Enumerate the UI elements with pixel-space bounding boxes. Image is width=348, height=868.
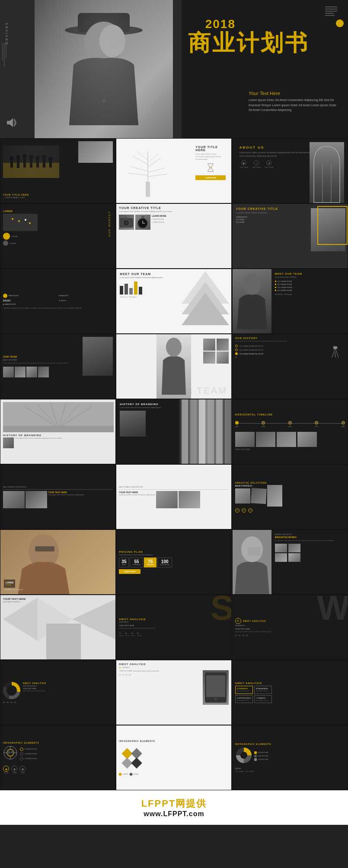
hero-label: Devices [4, 22, 9, 44]
s11-figure [156, 334, 191, 399]
s11-photo-grid [203, 339, 229, 364]
s28-item2: LOREM IPSUM [25, 753, 37, 755]
hero-lorem-text: Lorem Ipsum Dolor Sit Amet Consectetur A… [249, 98, 339, 112]
s30-t2: 02 LOREM [245, 770, 254, 773]
svg-line-50 [335, 352, 335, 358]
s07-logo2: GRAINSOFT [59, 295, 69, 297]
bar3 [129, 288, 133, 295]
slide-13: HISTORY OF BRANDING Lorem ipsum dolor si… [0, 399, 116, 464]
s21-label: NEWEST PROJECTS [275, 533, 344, 535]
s05-link3: LOREM IPSUM [152, 221, 166, 223]
svg-line-28 [148, 168, 165, 172]
s05-img-camera [119, 215, 134, 230]
s24-title: SWOT ANALYSIS [243, 620, 266, 622]
s20-p2l: STANDARD [132, 564, 140, 566]
bar1 [120, 286, 123, 295]
s23-n4: 04 [137, 632, 141, 634]
s20-p1: 35 [121, 559, 126, 564]
s05-link1: LEARN MORE [152, 215, 166, 217]
s02-btn[interactable]: LEARN MORE [195, 175, 226, 180]
s06-l1: LEARN MORE [236, 216, 247, 218]
s08-title: MEET OUR TEAM [120, 272, 177, 276]
svg-rect-10 [17, 160, 19, 168]
svg-rect-85 [131, 748, 142, 759]
s04-item2: LOREM [10, 242, 16, 244]
slide-15: HORIZONTAL TIMELINE 2014 2015 2016 [232, 399, 348, 464]
s18-img3 [267, 485, 282, 507]
s25-p1: Lorem ipsum dolor sit amet consectetur [23, 690, 46, 692]
hero-deco-stripes [325, 6, 337, 16]
s21-photo [233, 530, 271, 595]
s01-img [78, 141, 113, 163]
s24-n2: 02 [239, 634, 240, 637]
s09-text: Lorem Ipsum Dolor Sit Amet [275, 276, 344, 279]
s07-logo3: EDGES [3, 299, 11, 302]
s12-t3: 03 LOREM IPSUM DOLOR SIT [239, 353, 264, 355]
s13-bridge-img [3, 402, 113, 432]
s07-logo5: ■ NAMEDRONS [3, 303, 16, 305]
svg-line-23 [133, 156, 148, 165]
slide-29: INFOGRAPHIC ELEMENTS LOREM LOREM [116, 725, 232, 790]
s28-icon2: LOREM [12, 772, 17, 774]
s22-subtitle: INNOVATIVE WORKS [3, 601, 113, 603]
hero-title-chinese: 商业计划书 [188, 28, 309, 58]
s26-n3: 03 [125, 674, 127, 676]
svg-point-9 [16, 155, 20, 160]
s03-icon-1: ▶ LINK HERE [239, 160, 249, 168]
s30-pie [235, 747, 252, 766]
s23-n3: 03 [131, 632, 135, 634]
s20-title: PRICING PLAN [119, 551, 143, 553]
s26-title: SWOT ANALYSIS [119, 663, 229, 665]
slide-21: NEWEST PROJECTS INNOVATIVE WORKS Lorem i… [232, 529, 348, 595]
s06-portrait [309, 204, 348, 269]
svg-rect-8 [10, 161, 13, 168]
slide-30: INFOGRAPHIC ELEMENTS LOREM IPSUM [232, 725, 348, 790]
bar2 [125, 284, 128, 295]
s09-fashion-img [233, 269, 271, 334]
svg-rect-21 [146, 182, 150, 197]
slide-10: OUR TEAM MEET OUR FIRM Lorem ipsum dolor… [0, 334, 116, 399]
svg-rect-12 [23, 159, 26, 168]
s20-text: Lorem ipsum dolor sit amet consectetur a… [119, 554, 153, 556]
s29-title: INFOGRAPHIC ELEMENTS [119, 740, 155, 742]
svg-line-24 [148, 158, 161, 167]
slide-04: OUR MARKET LOREM LOREM LOREM [0, 203, 116, 269]
svg-rect-64 [225, 399, 231, 464]
s27-w-text: Lorem ipsum dolor sit [256, 690, 270, 692]
svg-point-17 [42, 155, 46, 160]
s08-geo [179, 269, 231, 334]
s28-title: INFOGRAPHIC ELEMENTS [3, 741, 39, 744]
svg-point-89 [240, 752, 247, 759]
slide-23: S SWOT ANALYSIS STRENGTH YOUR TEXT HERE … [116, 595, 232, 660]
deco-cross: + [102, 97, 106, 106]
s21-title: INNOVATIVE WORKS [275, 536, 344, 539]
svg-point-45 [243, 273, 261, 295]
s12-title: OUR HISTORY [235, 337, 345, 339]
svg-rect-61 [199, 399, 205, 464]
s12-text: Lorem ipsum dolor sit amet consectetur a… [235, 340, 345, 342]
s27-s: S STRENGTH [237, 687, 251, 690]
s27-t-text: Lorem ipsum dolor sit [256, 700, 270, 701]
s15-img3 [277, 432, 296, 447]
s25-title: SWOT ANALYSIS [23, 682, 46, 684]
s27-t: T THREATS [256, 697, 270, 699]
s23-n4t: Lorem [137, 635, 141, 637]
s20-btn[interactable]: ORDER NOW [119, 569, 140, 574]
svg-point-3 [99, 25, 125, 57]
svg-rect-60 [190, 399, 197, 464]
s09-item2: 02 LOREM IPSUM [278, 283, 292, 285]
s27-s-text: Lorem ipsum dolor sit [237, 690, 251, 692]
slide-27: SWOT ANALYSIS S STRENGTH Lorem ipsum dol… [232, 660, 348, 725]
s04-label: LOREM [3, 210, 38, 212]
s16-year1: MAY 2014 [3, 486, 11, 488]
slides-grid: YOUR TITLE HERE — YOUR COMPANY LOGO [0, 138, 348, 790]
hero-your-text: Your Text Here [249, 91, 339, 96]
svg-rect-18 [43, 160, 45, 168]
s06-l2: 01 LOREM [236, 219, 247, 221]
s06-text: Lorem Ipsum Dolor Sit Amet Consectetur [236, 212, 305, 214]
s16-title: YOUR TEXT HERE [48, 491, 84, 494]
svg-rect-84 [122, 748, 133, 759]
s15-title: HORIZONTAL TIMELINE [235, 413, 273, 416]
s24-n4: 04 [246, 634, 248, 637]
s24-subtitle: WEAKNESS [235, 624, 271, 627]
